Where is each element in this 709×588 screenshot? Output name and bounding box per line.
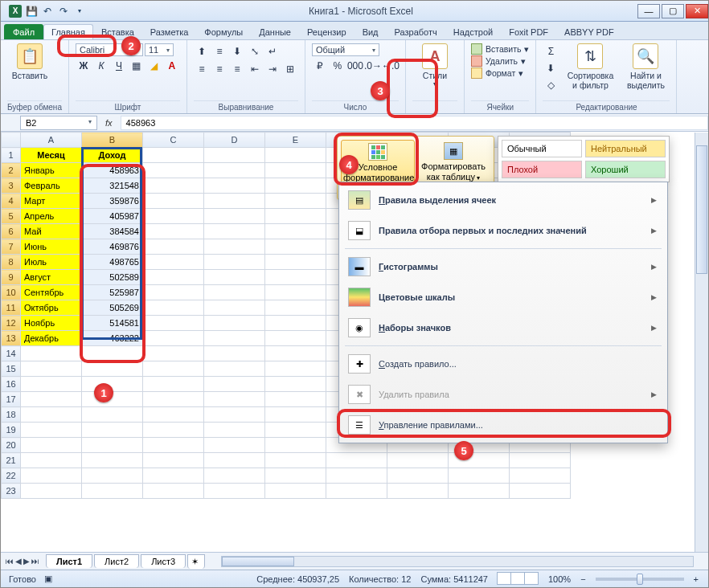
cell[interactable] <box>82 407 143 423</box>
cell[interactable] <box>265 468 326 484</box>
cell-A11[interactable]: Октябрь <box>21 300 82 316</box>
cell-A12[interactable]: Ноябрь <box>21 316 82 331</box>
row-header-5[interactable]: 5 <box>2 209 21 224</box>
cell[interactable] <box>265 392 326 407</box>
cell-B3[interactable]: 321548 <box>82 178 143 194</box>
number-format-combo[interactable]: Общий▾ <box>312 43 379 56</box>
cell-A10[interactable]: Сентябрь <box>21 285 82 300</box>
cell[interactable] <box>21 438 82 453</box>
cell[interactable] <box>204 224 265 239</box>
macro-record-icon[interactable]: ▣ <box>44 574 52 584</box>
cell[interactable] <box>21 407 82 423</box>
scrollbar-thumb[interactable] <box>222 557 294 566</box>
cell-B10[interactable]: 525987 <box>82 285 143 300</box>
font-color-icon[interactable]: A <box>164 58 180 74</box>
menu-manage-rules[interactable]: ☰ Управление правилами... <box>342 410 665 440</box>
cell[interactable] <box>204 361 265 377</box>
cell[interactable] <box>265 407 326 423</box>
cell[interactable] <box>265 224 326 239</box>
cell[interactable] <box>265 331 326 346</box>
cell[interactable] <box>204 209 265 224</box>
row-header-12[interactable]: 12 <box>2 316 21 331</box>
cell[interactable] <box>143 316 204 331</box>
menu-highlight-rules[interactable]: ▤ Правила выделения ячеек ▶ <box>342 185 665 215</box>
tab-formulas[interactable]: Формулы <box>196 24 251 39</box>
row-header-20[interactable]: 20 <box>2 438 21 453</box>
insert-cells-button[interactable]: Вставить ▾ <box>471 43 530 55</box>
close-button[interactable]: ✕ <box>686 4 708 18</box>
col-header-B[interactable]: B <box>82 133 143 148</box>
bold-icon[interactable]: Ж <box>76 58 92 74</box>
row-header-7[interactable]: 7 <box>2 239 21 255</box>
cell[interactable] <box>21 468 82 484</box>
sheet-tab-3[interactable]: Лист3 <box>141 554 186 568</box>
row-header-16[interactable]: 16 <box>2 377 21 392</box>
cell[interactable] <box>204 484 265 499</box>
undo-icon[interactable]: ↶ <box>41 5 54 18</box>
cell[interactable] <box>143 346 204 361</box>
cell[interactable] <box>82 468 143 484</box>
row-header-14[interactable]: 14 <box>2 346 21 361</box>
col-header-E[interactable]: E <box>265 133 326 148</box>
cell[interactable] <box>449 484 510 499</box>
row-header-10[interactable]: 10 <box>2 285 21 300</box>
cell[interactable] <box>265 178 326 194</box>
cell-B6[interactable]: 384584 <box>82 224 143 239</box>
cell[interactable] <box>387 453 449 468</box>
sheet-first-icon[interactable]: ⏮ <box>6 557 14 566</box>
name-box[interactable]: B2▾ <box>20 116 97 130</box>
menu-top-bottom-rules[interactable]: ⬓ Правила отбора первых и последних знач… <box>342 215 665 246</box>
cell[interactable] <box>21 392 82 407</box>
row-header-19[interactable]: 19 <box>2 423 21 438</box>
row-header-23[interactable]: 23 <box>2 484 21 499</box>
cell[interactable] <box>143 484 204 499</box>
cell[interactable] <box>204 270 265 285</box>
autosum-icon[interactable]: Σ <box>543 43 559 59</box>
tab-addins[interactable]: Надстрой <box>445 24 501 39</box>
italic-icon[interactable]: К <box>93 58 109 74</box>
cell[interactable] <box>204 148 265 163</box>
col-header-D[interactable]: D <box>204 133 265 148</box>
cell[interactable] <box>510 468 571 484</box>
fill-icon[interactable]: ⬇ <box>543 60 559 76</box>
underline-icon[interactable]: Ч <box>111 58 127 74</box>
cell[interactable] <box>265 300 326 316</box>
cell[interactable] <box>204 194 265 209</box>
cell[interactable] <box>21 423 82 438</box>
cell[interactable] <box>204 377 265 392</box>
cell[interactable] <box>143 453 204 468</box>
menu-data-bars[interactable]: ▬ Гистограммы ▶ <box>342 251 665 282</box>
decrease-decimal-icon[interactable]: ←.0 <box>383 58 399 74</box>
cell[interactable] <box>143 361 204 377</box>
cell[interactable] <box>204 255 265 270</box>
cell[interactable] <box>143 438 204 453</box>
row-header-9[interactable]: 9 <box>2 270 21 285</box>
cell[interactable] <box>82 423 143 438</box>
cell[interactable] <box>265 255 326 270</box>
cell-A4[interactable]: Март <box>21 194 82 209</box>
cell-A2[interactable]: Январь <box>21 163 82 178</box>
cell-B12[interactable]: 514581 <box>82 316 143 331</box>
cell[interactable] <box>387 484 449 499</box>
cell[interactable] <box>82 453 143 468</box>
cell-B4[interactable]: 359876 <box>82 194 143 209</box>
tab-data[interactable]: Данные <box>251 24 299 39</box>
align-left-icon[interactable]: ≡ <box>194 61 210 77</box>
align-center-icon[interactable]: ≡ <box>211 61 227 77</box>
paste-button[interactable]: 📋 Вставить <box>7 43 52 80</box>
tab-developer[interactable]: Разработч <box>387 24 445 39</box>
tab-home[interactable]: Главная <box>43 24 93 39</box>
cell[interactable] <box>143 392 204 407</box>
cell[interactable] <box>510 484 571 499</box>
row-header-1[interactable]: 1 <box>2 148 21 163</box>
cell-B13[interactable]: 463222 <box>82 331 143 346</box>
style-bad[interactable]: Плохой <box>502 161 582 178</box>
increase-decimal-icon[interactable]: .0→ <box>365 58 381 74</box>
cell[interactable] <box>265 423 326 438</box>
zoom-out-button[interactable]: − <box>580 574 585 584</box>
cell[interactable] <box>143 194 204 209</box>
menu-new-rule[interactable]: ✚ Создать правило... <box>342 349 665 379</box>
tab-review[interactable]: Рецензир <box>299 24 354 39</box>
cell[interactable] <box>82 361 143 377</box>
save-icon[interactable]: 💾 <box>25 5 38 18</box>
